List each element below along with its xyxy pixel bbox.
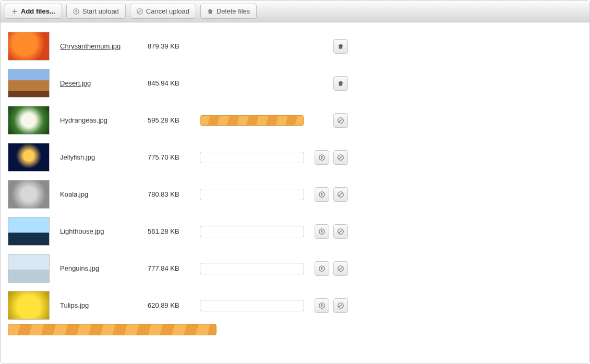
row-upload-button[interactable] — [315, 224, 329, 239]
file-name: Hydrangeas.jpg — [60, 116, 142, 124]
row-upload-button[interactable] — [315, 298, 329, 313]
file-size: 845.94 KB — [148, 79, 195, 87]
file-thumbnail — [8, 291, 50, 320]
cancel-upload-label: Cancel upload — [146, 7, 189, 15]
file-thumbnail — [8, 217, 50, 246]
file-thumbnail — [8, 143, 50, 172]
file-row: Koala.jpg780.83 KB — [8, 176, 582, 213]
cancel-circle-icon — [137, 8, 143, 15]
row-delete-icon — [338, 43, 344, 50]
file-name: Penguins.jpg — [60, 264, 142, 272]
add-files-button[interactable]: Add files... — [5, 4, 62, 19]
progress-bar-empty — [200, 189, 304, 200]
delete-files-label: Delete files — [216, 7, 250, 15]
row-cancel-button[interactable] — [333, 224, 348, 239]
row-upload-icon — [319, 302, 325, 309]
action-spacer — [315, 76, 329, 91]
row-cancel-icon — [338, 302, 344, 309]
file-size: 879.39 KB — [148, 42, 195, 50]
row-upload-icon — [319, 154, 325, 161]
file-name: Chrysanthemum.jpg — [60, 42, 142, 50]
file-row: Chrysanthemum.jpg879.39 KB — [8, 28, 582, 65]
row-delete-button[interactable] — [333, 76, 348, 91]
progress-bar-empty — [200, 226, 304, 237]
file-row: Jellyfish.jpg775.70 KB — [8, 139, 582, 176]
trash-icon — [207, 8, 213, 15]
file-thumbnail — [8, 106, 50, 135]
row-cancel-icon — [338, 228, 344, 235]
row-upload-button[interactable] — [315, 150, 329, 165]
row-actions — [315, 261, 582, 276]
row-actions — [315, 113, 582, 128]
row-cancel-button[interactable] — [333, 261, 348, 276]
progress-bar-empty — [200, 263, 304, 274]
row-upload-button[interactable] — [315, 187, 329, 202]
action-spacer — [315, 39, 329, 54]
row-cancel-icon — [338, 154, 344, 161]
row-actions — [315, 224, 582, 239]
row-cancel-icon — [338, 265, 344, 272]
progress-cell — [200, 189, 309, 200]
action-spacer — [315, 113, 329, 128]
progress-cell — [200, 263, 309, 274]
file-thumbnail — [8, 69, 50, 98]
row-cancel-button[interactable] — [333, 113, 348, 128]
file-list: Chrysanthemum.jpg879.39 KBDesert.jpg845.… — [1, 22, 589, 363]
file-row: Desert.jpg845.94 KB — [8, 65, 582, 102]
upload-panel: Add files... Start upload Cancel upload … — [0, 0, 590, 364]
row-actions — [315, 39, 582, 54]
file-size: 780.83 KB — [148, 190, 195, 198]
row-delete-icon — [338, 80, 344, 87]
progress-cell — [200, 115, 309, 126]
toolbar: Add files... Start upload Cancel upload … — [1, 1, 589, 22]
file-row: Tulips.jpg620.89 KB — [8, 287, 582, 324]
file-row: Penguins.jpg777.84 KB — [8, 250, 582, 287]
progress-fill — [200, 116, 304, 125]
row-cancel-button[interactable] — [333, 187, 348, 202]
plus-icon — [11, 8, 18, 15]
progress-bar-empty — [200, 300, 304, 311]
add-files-label: Add files... — [21, 7, 55, 15]
file-size: 620.89 KB — [148, 301, 195, 309]
file-size: 777.84 KB — [148, 264, 195, 272]
row-delete-button[interactable] — [333, 39, 348, 54]
progress-cell — [200, 152, 309, 163]
file-name: Desert.jpg — [60, 79, 142, 87]
row-cancel-button[interactable] — [333, 298, 348, 313]
file-thumbnail — [8, 32, 50, 60]
progress-bar-empty — [200, 152, 304, 163]
row-actions — [315, 298, 582, 313]
file-size: 561.28 KB — [148, 227, 195, 235]
row-upload-icon — [319, 228, 325, 235]
row-upload-button[interactable] — [315, 261, 329, 276]
overall-progress-bar — [8, 324, 216, 335]
start-upload-button[interactable]: Start upload — [66, 4, 126, 19]
file-size: 595.28 KB — [148, 116, 195, 124]
row-cancel-button[interactable] — [333, 150, 348, 165]
file-row: Lighthouse.jpg561.28 KB — [8, 213, 582, 250]
row-actions — [315, 150, 582, 165]
file-row: Hydrangeas.jpg595.28 KB — [8, 102, 582, 139]
row-actions — [315, 76, 582, 91]
file-link[interactable]: Chrysanthemum.jpg — [60, 42, 121, 50]
row-cancel-icon — [338, 191, 344, 198]
row-cancel-icon — [338, 117, 344, 124]
file-name: Tulips.jpg — [60, 301, 142, 309]
file-thumbnail — [8, 254, 50, 283]
progress-cell — [200, 226, 309, 237]
progress-cell — [200, 300, 309, 311]
progress-bar — [200, 115, 304, 126]
row-actions — [315, 187, 582, 202]
file-name: Jellyfish.jpg — [60, 153, 142, 161]
delete-files-button[interactable]: Delete files — [200, 4, 257, 19]
file-thumbnail — [8, 180, 50, 209]
file-size: 775.70 KB — [148, 153, 195, 161]
cancel-upload-button[interactable]: Cancel upload — [130, 4, 196, 19]
row-upload-icon — [319, 191, 325, 198]
start-upload-label: Start upload — [82, 7, 119, 15]
file-link[interactable]: Desert.jpg — [60, 79, 91, 87]
file-name: Koala.jpg — [60, 190, 142, 198]
row-upload-icon — [319, 265, 325, 272]
file-name: Lighthouse.jpg — [60, 227, 142, 235]
upload-circle-icon — [73, 8, 79, 15]
